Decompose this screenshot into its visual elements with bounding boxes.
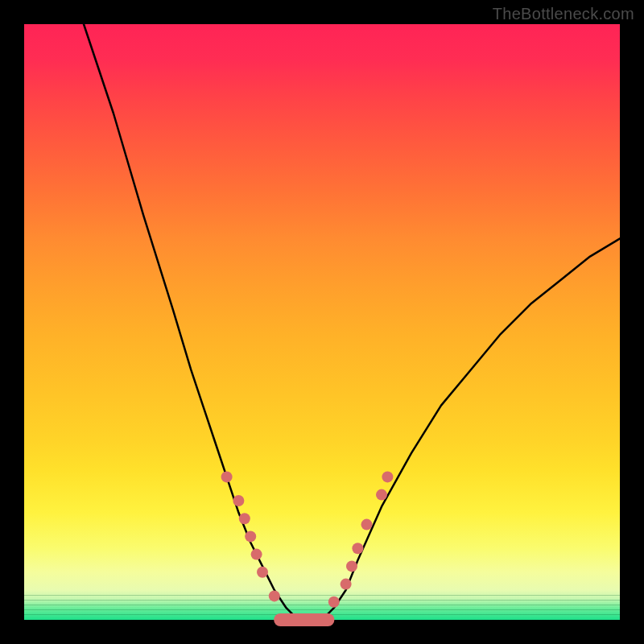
data-marker [269, 590, 280, 601]
data-marker [352, 543, 363, 554]
data-marker [251, 549, 262, 560]
chart-frame: TheBottleneck.com [0, 0, 644, 644]
data-marker [221, 471, 233, 482]
data-marker [382, 471, 393, 482]
watermark-text: TheBottleneck.com [493, 5, 634, 23]
curve-layer [24, 24, 620, 620]
data-marker [233, 495, 244, 506]
data-marker [245, 530, 256, 542]
data-marker [239, 513, 250, 524]
plot-area [24, 24, 620, 620]
data-marker [376, 489, 387, 501]
bottleneck-curve [84, 24, 620, 620]
data-marker [346, 560, 357, 572]
data-marker [328, 597, 340, 608]
data-marker [257, 567, 268, 578]
data-marker [341, 579, 352, 590]
data-marker [361, 519, 373, 530]
